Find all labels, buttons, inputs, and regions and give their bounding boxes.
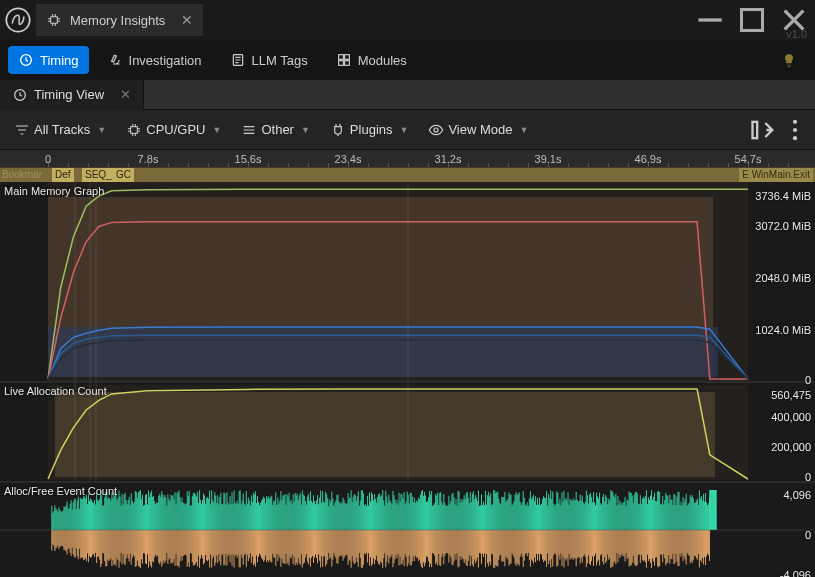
track-label-live: Live Allocation Count [4,385,107,397]
microscope-icon [107,52,123,68]
svg-rect-5 [338,55,343,60]
clock-icon [18,52,34,68]
yaxis-label: 200,000 [771,441,811,453]
window-maximize[interactable] [735,6,769,34]
yaxis-label: 0 [805,471,811,483]
yaxis-label: 400,000 [771,411,811,423]
filter-other[interactable]: Other▼ [233,117,317,143]
svg-rect-1 [51,17,58,24]
dock-button[interactable] [749,116,777,144]
tracks-area[interactable]: Main Memory Graph Live Allocation Count … [0,182,815,577]
subtab-title: Timing View [34,87,104,102]
yaxis-label: 0 [805,374,811,386]
filter-view-mode-label: View Mode [448,122,512,137]
yaxis-label: 1024.0 MiB [755,324,811,336]
svg-rect-20 [55,392,715,477]
bookmark-item[interactable]: GC [113,168,134,182]
tab-modules-label: Modules [358,53,407,68]
chart-canvas[interactable] [0,182,815,577]
app-logo [4,6,32,34]
bookmark-bar[interactable]: Bookmar E WinMain.Exit DefSEQ_GC [0,168,815,182]
subtabs: Timing View ✕ [0,80,815,110]
svg-point-11 [434,128,438,132]
track-label-allocfree: Alloc/Free Event Count [4,485,117,497]
notes-icon [230,52,246,68]
yaxis-label: -4,096 [780,569,811,577]
chip-icon [46,12,62,28]
titlebar: Memory Insights ✕ v1.0 [0,0,815,40]
stack-icon [241,122,257,138]
filter-all-tracks-label: All Tracks [34,122,90,137]
cpu-icon [126,122,142,138]
filter-toolbar: All Tracks▼ CPU/GPU▼ Other▼ Plugins▼ Vie… [0,110,815,150]
plugin-icon [330,122,346,138]
bookmark-header: Bookmar [2,168,42,182]
window-minimize[interactable] [693,6,727,34]
filter-other-label: Other [261,122,294,137]
filter-plugins[interactable]: Plugins▼ [322,117,417,143]
subtab-timing-view[interactable]: Timing View ✕ [0,80,144,110]
tab-investigation-label: Investigation [129,53,202,68]
filter-icon [14,122,30,138]
tab-timing[interactable]: Timing [8,46,89,74]
bookmark-item[interactable]: SEQ_ [82,168,115,182]
svg-point-0 [6,8,29,31]
lightbulb-button[interactable] [771,46,807,74]
svg-rect-2 [742,10,763,31]
yaxis-label: 4,096 [783,489,811,501]
tab-llm-tags-label: LLM Tags [252,53,308,68]
eye-icon [428,122,444,138]
svg-rect-7 [338,61,343,66]
yaxis-label: 3072.0 MiB [755,220,811,232]
svg-point-15 [793,136,797,140]
app-tab-title: Memory Insights [70,13,165,28]
svg-point-13 [793,119,797,123]
filter-cpu-gpu[interactable]: CPU/GPU▼ [118,117,229,143]
clock-icon [12,87,28,103]
yaxis-label: 3736.4 MiB [755,190,811,202]
svg-point-14 [793,127,797,131]
filter-cpu-gpu-label: CPU/GPU [146,122,205,137]
close-icon[interactable]: ✕ [181,12,193,28]
app-tab-memory-insights[interactable]: Memory Insights ✕ [36,4,203,36]
yaxis-label: 2048.0 MiB [755,272,811,284]
track-label-mem: Main Memory Graph [4,185,104,197]
tab-modules[interactable]: Modules [326,46,417,74]
filter-view-mode[interactable]: View Mode▼ [420,117,536,143]
modules-icon [336,52,352,68]
close-icon[interactable]: ✕ [120,87,131,102]
tab-llm-tags[interactable]: LLM Tags [220,46,318,74]
lightbulb-icon [781,52,797,68]
tab-investigation[interactable]: Investigation [97,46,212,74]
svg-rect-12 [753,121,758,137]
svg-rect-18 [48,327,718,377]
filter-all-tracks[interactable]: All Tracks▼ [6,117,114,143]
main-toolbar: Timing Investigation LLM Tags Modules [0,40,815,80]
bookmark-item[interactable]: Def [52,168,74,182]
yaxis-label: 560,475 [771,389,811,401]
version-label: v1.0 [786,28,807,40]
svg-rect-8 [344,61,349,66]
timeline-ruler[interactable]: 07.8s15.6s23.4s31.2s39.1s46.9s54.7s [0,150,815,168]
more-menu[interactable] [781,116,809,144]
svg-rect-6 [344,55,349,60]
yaxis-label: 0 [805,529,811,541]
bookmark-exit[interactable]: E WinMain.Exit [739,168,813,182]
svg-rect-10 [131,126,138,133]
tab-timing-label: Timing [40,53,79,68]
filter-plugins-label: Plugins [350,122,393,137]
